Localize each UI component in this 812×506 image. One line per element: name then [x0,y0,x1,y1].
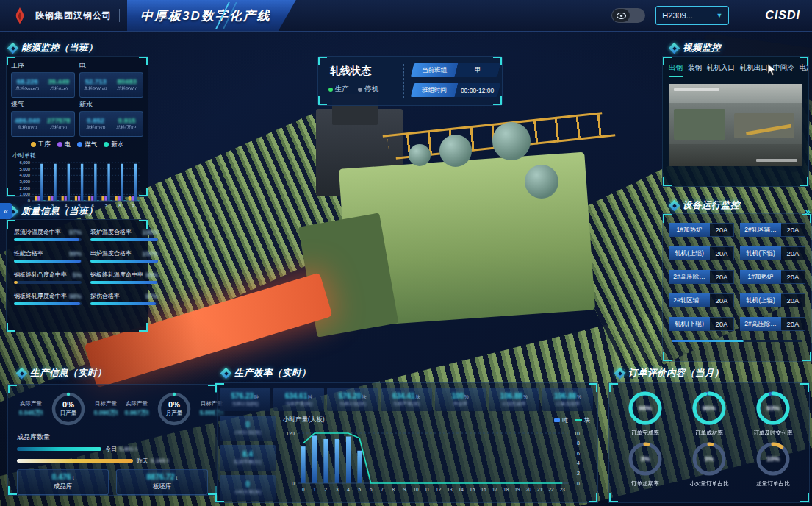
stat-value-number: 576.23 [231,392,254,400]
efficiency-side-stat: 0小时欠量(块) [220,475,276,501]
video-panel: 出钢装钢轧机入口轧机出口中间冷电加热 [662,56,809,187]
legend-item: 煤气 [77,140,97,149]
quality-bar-track [14,238,82,241]
line-status-panel: 轧线状态 生产停机 当前班组甲班组时间00:00-12:00 [317,56,503,106]
equipment-panel-title: 设备运行监控 [670,199,740,212]
stat-value: 106.88% [554,392,581,400]
equipment-label: 2#高压除… [669,270,710,284]
stat-value: 576.20块 [339,392,367,400]
efficiency-stat: 106.88%订单兑现率 [542,388,593,411]
svg-text:18: 18 [503,487,509,492]
stock-bars: 今日5,801 t昨天5,195 t [8,445,217,465]
stat-value-number: 634.41 [392,392,415,400]
video-tab[interactable]: 出钢 [669,63,683,77]
quality-label: 性能合格率 [14,249,43,257]
gauge-label: 月产量 [166,410,183,417]
status-row: 班组时间00:00-12:00 [411,83,501,97]
quality-bar-fill [14,238,79,241]
legend-label: 新水 [111,140,123,148]
quadrant-name: 电 [79,61,143,71]
svg-text:4: 4 [347,487,350,492]
card-value: 8876.72t [147,473,178,482]
quality-metric: 探伤合格率97% [90,292,158,305]
quality-panel: 层流冷温度命中率97%装炉温度合格率100%性能合格率99%出炉温度合格率100… [6,219,148,332]
energy-panel-title: 能源监控（当班） [9,42,98,54]
scrollbar-thumb[interactable] [672,340,744,342]
gauge-label: 日产量 [60,410,77,417]
quality-value: 99% [69,250,82,257]
gauge-percent: 0% [62,401,74,409]
status-row-label-text: 当前班组 [422,66,447,75]
quality-label: 钢板终轧温度命中率 [90,271,143,279]
title-plate: 中厚板3D数字化产线 [127,0,296,31]
order-donut: 95%订单成材率 [678,389,740,437]
efficiency-stats: 576.23吨当班计划(吨)634.61吨当班产量(吨)576.20块当班计划(… [215,383,597,411]
quadrant-value: 0.915 [118,117,136,124]
status-legend-item: 停机 [358,85,378,94]
status-row-label-text: 班组时间 [422,86,447,95]
quality-bar-fill [90,281,157,284]
equipment-item: 轧机(下辊)20A [669,317,734,331]
quadrant-col: 0.915总耗(万m³) [112,112,143,136]
collapse-left-handle[interactable]: « [0,203,12,219]
svg-text:5: 5 [359,487,362,492]
equipment-item: 轧机(下辊)20A [740,246,805,260]
stock-card[interactable]: 8876.72t板坯库 [116,469,208,495]
hourly-chart-area: 小时产量(大板) 吨块 0120024681001234567891011121… [280,416,593,501]
panel-diamond-icon [18,369,26,377]
energy-panel: 工序68.226单耗(kgce/t)39.449总耗(tce)电52.713单耗… [6,56,148,197]
equipment-item: 2#高压除…20A [669,270,734,284]
svg-text:16: 16 [481,487,486,492]
quality-value: 100% [142,250,158,257]
video-tab[interactable]: 电加热 [800,63,809,77]
panel-diamond-icon [670,202,678,210]
stock-title: 成品库数量 [17,432,217,442]
side-label: 目标产量 [95,400,117,407]
stock-cards: 0.476t成品库8876.72t板坯库 [17,469,208,495]
quality-label: 钢板终轧凸度命中率 [14,271,67,279]
svg-text:8: 8 [392,487,395,492]
quadrant-value: 39.449 [48,78,69,85]
visibility-toggle[interactable] [611,8,645,23]
status-row-label: 班组时间 [411,83,459,97]
video-tab[interactable]: 轧机入口 [707,63,735,77]
efficiency-body: 0小时计划(块)8.4轧制节奏(分)0小时欠量(块) 小时产量(大板) 吨块 0… [215,411,597,501]
video-tab[interactable]: 轧机出口 [740,63,768,77]
svg-text:17: 17 [492,487,498,492]
quality-metric: 装炉温度合格率100% [90,228,158,241]
svg-text:23: 23 [560,487,566,492]
svg-text:0: 0 [302,487,305,492]
stat-value-number: 0 [245,421,250,429]
camera-feed[interactable] [669,84,802,166]
svg-text:3,000: 3,000 [19,179,30,184]
quality-metric-row: 探伤合格率97% [90,292,158,300]
plate-number-dropdown[interactable]: H2309... ▼ [655,6,729,25]
stat-value-number: 634.61 [285,392,308,400]
video-tab[interactable]: 装钢 [688,63,702,77]
quadrant-value: 68.226 [17,78,38,85]
quality-title-text: 质量信息（当班） [21,205,98,218]
equipment-value: 20A [781,270,805,284]
stat-value: 634.41块 [392,392,420,400]
quality-bar-fill [90,302,156,305]
stock-bar: 昨天5,195 t [17,457,208,465]
legend-swatch [57,142,62,147]
eye-icon [612,9,630,22]
quadrant-col: 486.040单耗(m³/t) [12,112,43,136]
gauge-center: 0%日产量 [50,391,87,427]
equipment-scrollbar[interactable] [672,340,802,342]
video-tabs: 出钢装钢轧机入口轧机出口中间冷电加热 [663,57,808,77]
stock-card[interactable]: 0.476t成品库 [17,469,109,495]
collapse-right-handle[interactable]: » [805,206,811,217]
status-row-value-text: 00:00-12:00 [461,87,494,94]
svg-text:3%: 3% [640,455,650,463]
efficiency-stat: 634.41块当班产量(块) [381,388,431,411]
svg-text:0: 0 [292,481,295,486]
quality-label: 装炉温度合格率 [90,228,132,236]
svg-text:3%: 3% [704,455,714,463]
orders-panel-title: 订单评价内容（当月） [616,367,724,380]
panel-diamond-icon [616,369,624,377]
production-panel: 实际产量0.045万t0%日产量目标产量0.090万t实际产量0.967万t0%… [7,384,218,496]
stat-unit: % [577,394,581,399]
quality-metric: 层流冷温度命中率97% [14,228,82,241]
